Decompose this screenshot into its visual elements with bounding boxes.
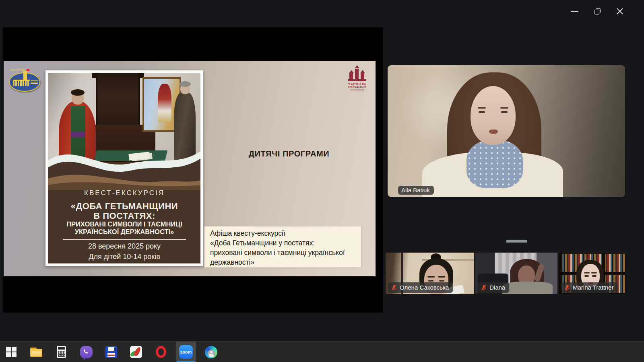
viber-button[interactable] [76,341,96,362]
restore-icon [594,8,601,14]
start-button[interactable] [1,341,21,362]
poster-title-line1: «ДОБА ГЕТЬМАНЩИНИ [48,201,200,212]
caption-line: приховані символи і таємниці української [210,248,355,257]
zoom-icon: zoom [179,345,193,359]
participant-video-tile[interactable]: Олена Саковська [386,253,474,294]
calculator-button[interactable] [51,341,71,362]
participant-name: Marina Trattner [573,284,614,291]
wave-decoration [48,134,200,190]
feather-app-button[interactable] [126,341,146,362]
restore-button[interactable] [588,3,606,19]
poster-kicker: КВЕСТ-ЕКСКУРСІЯ [48,189,200,197]
speaker-name: Alla Batiuk [401,187,430,193]
main-speaker-video-tile[interactable]: Alla Batiuk [388,65,625,197]
floppy-app-button[interactable] [101,341,121,362]
participant-name-label: Олена Саковська [388,282,453,293]
edge-icon [205,346,217,358]
zoom-meeting-window: БАТУРИН ЧЕРНІГІВ СТАРОДАВНІЙ [0,0,644,362]
zoom-app-button[interactable]: zoom [176,341,196,362]
participant-name: Олена Саковська [400,284,449,291]
baturyn-logo-text: БАТУРИН [11,68,25,71]
church-icon [348,67,366,81]
event-poster: КВЕСТ-ЕКСКУРСІЯ «ДОБА ГЕТЬМАНЩИНИ В ПОСТ… [45,70,203,266]
feather-icon [130,346,142,358]
opera-button[interactable] [151,341,171,362]
baturyn-museum-logo: БАТУРИН [7,66,42,94]
folder-icon [30,348,42,357]
mic-muted-icon [564,284,570,291]
caption-line: «Доба Гетьманщини у постатях: [210,238,355,248]
tower-icon [23,71,27,80]
minimize-icon [571,11,578,12]
participant-name-label: Diana [478,282,509,293]
participant-video-tile[interactable]: Diana [475,253,557,294]
participant-name: Diana [489,284,505,291]
poster-subtitle-line1: ПРИХОВАНІ СИМВОЛИ І ТАЄМНИЦІ [48,220,200,228]
mic-muted-icon [481,284,487,291]
poster-audience: Для дітей 10-14 років [48,253,200,261]
chernihiv-logo-subtext: СТАРОДАВНІЙ [343,86,372,88]
viber-icon [80,346,93,358]
chernihiv-starodavniy-logo: ЧЕРНІГІВ СТАРОДАВНІЙ [343,67,372,104]
opera-icon [156,346,166,358]
windows-taskbar: zoom zm [0,341,644,362]
poster-subtitle-line2: УКРАЇНСЬКОЇ ДЕРЖАВНОСТІ» [48,228,200,236]
close-button[interactable] [611,3,629,19]
participant-name-label: Marina Trattner [561,282,618,293]
minimize-button[interactable] [566,3,584,19]
speaker-name-label: Alla Batiuk [398,186,434,195]
presentation-slide: БАТУРИН ЧЕРНІГІВ СТАРОДАВНІЙ [4,61,376,276]
chernihiv-logo-text: ЧЕРНІГІВ [343,82,372,86]
close-icon [616,7,624,15]
screen-share-area: БАТУРИН ЧЕРНІГІВ СТАРОДАВНІЙ [3,27,383,313]
caption-line: Афіша квесту-екскурсії [210,228,355,238]
zoom-icon-label: zoom [180,350,192,354]
edge-button[interactable] [201,341,221,362]
file-explorer-button[interactable] [26,341,46,362]
slide-section-title: ДИТЯЧІ ПРОГРАМИ [225,149,353,158]
slide-caption-box: Афіша квесту-екскурсії «Доба Гетьманщини… [204,226,361,267]
video-strip-drag-handle[interactable] [506,240,527,243]
floppy-disk-icon [105,346,117,358]
participant-video-tile[interactable]: Marina Trattner [559,253,625,294]
poster-date: 28 вересня 2025 року [48,242,200,251]
windows-logo-icon [6,347,17,357]
mic-muted-icon [391,284,397,291]
palace-icon [13,80,30,86]
caption-line: державності» [210,257,355,267]
poster-divider [63,239,186,240]
poster-title-line2: В ПОСТАТЯХ: [48,211,200,221]
calculator-icon [57,346,66,358]
